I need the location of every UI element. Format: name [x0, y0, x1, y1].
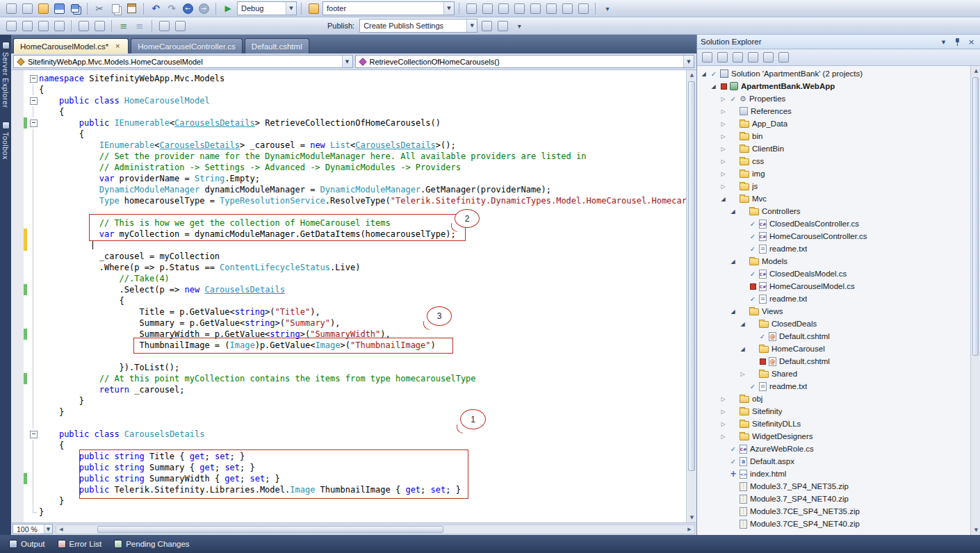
save-icon[interactable]: [51, 1, 67, 16]
tree-item[interactable]: ▷SitefinityDLLs: [697, 418, 970, 430]
publish-profile-combo[interactable]: Create Publish Settings: [359, 19, 477, 33]
show-all-files-icon[interactable]: [715, 51, 729, 64]
breakpoint-margin[interactable]: [11, 173, 24, 184]
breakpoint-margin[interactable]: [11, 184, 24, 195]
close-tab-icon[interactable]: ×: [113, 42, 122, 51]
autohide-tab-toolbox[interactable]: Toolbox: [1, 122, 10, 160]
window-position-icon[interactable]: ▾: [938, 37, 949, 47]
start-debug-icon[interactable]: [220, 1, 236, 16]
tree-item[interactable]: Module3.7_SP4_NET35.zip: [697, 480, 970, 493]
code-line[interactable]: {: [11, 84, 686, 95]
code-line[interactable]: Type homecarouselType = TypeResolutionSe…: [11, 195, 686, 206]
expand-icon[interactable]: ▷: [719, 96, 727, 102]
document-tab[interactable]: HomeCarouselModel.cs*×: [13, 38, 129, 53]
code-line[interactable]: DynamicModuleManager dynamicModuleManage…: [11, 184, 686, 195]
tree-item[interactable]: readme.txt: [697, 380, 970, 393]
tree-item[interactable]: ◢ClosedDeals: [697, 317, 970, 330]
open-file-icon[interactable]: [35, 1, 51, 16]
autohide-tab-server-explorer[interactable]: Server Explorer: [1, 42, 10, 108]
properties-window-icon[interactable]: [496, 1, 511, 16]
breakpoint-margin[interactable]: [11, 162, 24, 173]
code-line[interactable]: public IEnumerable<CarouselsDetails> Ret…: [11, 117, 686, 129]
breakpoint-margin[interactable]: [11, 495, 24, 506]
breakpoint-margin[interactable]: [11, 73, 24, 84]
expand-icon[interactable]: ▷: [719, 146, 727, 152]
edit-publish-settings-icon[interactable]: [495, 19, 510, 33]
word-completion-icon[interactable]: [51, 19, 67, 33]
tree-item[interactable]: AzureWebRole.cs: [697, 443, 970, 455]
decrease-indent-icon[interactable]: [76, 19, 91, 33]
breakpoint-margin[interactable]: [11, 284, 24, 295]
breakpoint-margin[interactable]: [11, 340, 24, 351]
tree-item[interactable]: ▷js: [697, 180, 970, 192]
code-line[interactable]: var providerName = String.Empty;: [11, 173, 686, 184]
tree-item[interactable]: ▷WidgetDesigners: [697, 430, 970, 443]
breakpoint-margin[interactable]: [11, 95, 24, 106]
expand-icon[interactable]: ▷: [719, 396, 727, 402]
statusbar-item-pending-changes[interactable]: Pending Changes: [108, 538, 195, 550]
redo-icon[interactable]: [164, 1, 179, 16]
chevron-down-icon[interactable]: [342, 56, 352, 67]
breakpoint-margin[interactable]: [11, 151, 24, 162]
breakpoint-margin[interactable]: [11, 206, 24, 217]
code-line[interactable]: // Set the provider name for the Dynamic…: [11, 151, 686, 162]
breakpoint-margin[interactable]: [11, 84, 24, 95]
outline-margin[interactable]: [27, 429, 39, 440]
code-line[interactable]: _carousel = myCollection: [11, 251, 686, 262]
tree-item[interactable]: ◢ApartmentBank.WebApp: [697, 80, 970, 92]
code-line[interactable]: .Where(p => p.Status == ContentLifecycle…: [11, 262, 686, 273]
breakpoint-margin[interactable]: [11, 373, 24, 384]
properties-icon[interactable]: [776, 51, 790, 64]
expand-icon[interactable]: ▷: [719, 133, 727, 140]
auto-hide-pin-icon[interactable]: [952, 37, 963, 47]
code-line[interactable]: }: [11, 395, 686, 406]
tree-item[interactable]: ◢Solution 'ApartmentBank' (2 projects): [697, 67, 970, 80]
code-line[interactable]: Summary = p.GetValue<string>("Summary"),: [11, 317, 686, 329]
refresh-icon[interactable]: [730, 51, 744, 64]
error-list-window-icon[interactable]: [544, 1, 559, 16]
object-browser-icon[interactable]: [512, 1, 527, 16]
code-line[interactable]: {: [11, 129, 686, 140]
breakpoint-margin[interactable]: [11, 440, 24, 451]
collapse-icon[interactable]: ◢: [729, 308, 737, 315]
breakpoint-margin[interactable]: [11, 317, 24, 329]
cut-icon[interactable]: [92, 1, 107, 16]
tree-item[interactable]: readme.txt: [697, 242, 970, 255]
breakpoint-margin[interactable]: [11, 195, 24, 206]
toolbox-window-icon[interactable]: [528, 1, 543, 16]
scrollbar-thumb[interactable]: [97, 526, 443, 533]
code-line[interactable]: namespace SitefinityWebApp.Mvc.Models: [11, 73, 686, 84]
code-line[interactable]: Title = p.GetValue<string>("Title"),: [11, 306, 686, 317]
chevron-down-icon[interactable]: [466, 19, 477, 32]
breakpoint-margin[interactable]: [11, 129, 24, 140]
code-line[interactable]: // At this point myCollection contains t…: [11, 373, 686, 384]
view-code-icon[interactable]: [746, 51, 760, 64]
tree-item[interactable]: ClosedDealsModel.cs: [697, 267, 970, 280]
tree-item[interactable]: ▷ClientBin: [697, 142, 970, 155]
expand-icon[interactable]: ▷: [719, 408, 727, 415]
tree-item[interactable]: Default.cshtml: [697, 330, 970, 342]
tree-item[interactable]: Module3.7CE_SP4_NET35.zip: [697, 505, 970, 518]
tree-item[interactable]: Default.cshtml: [697, 355, 970, 368]
collapse-icon[interactable]: ◢: [729, 258, 737, 265]
breakpoint-margin[interactable]: [11, 217, 24, 229]
tree-item[interactable]: ▷obj: [697, 393, 970, 405]
expand-icon[interactable]: ▷: [719, 434, 727, 440]
expand-icon[interactable]: ▷: [719, 158, 727, 165]
code-editor[interactable]: namespace SitefinityWebApp.Mvc.Models{ p…: [11, 70, 696, 522]
code-line[interactable]: }).ToList();: [11, 362, 686, 373]
view-designer-icon[interactable]: [761, 51, 775, 64]
statusbar-item-output[interactable]: Output: [3, 538, 51, 550]
increase-indent-icon[interactable]: [92, 19, 107, 33]
vertical-scrollbar[interactable]: ▲ ▼: [970, 66, 980, 535]
debug-configuration-combo[interactable]: Debug: [237, 1, 297, 15]
code-line[interactable]: // Administration -> Settings -> Advance…: [11, 162, 686, 173]
find-in-files-icon[interactable]: [306, 1, 321, 16]
navigate-forward-icon[interactable]: [196, 1, 211, 16]
scroll-left-icon[interactable]: ◀: [56, 525, 66, 534]
outline-margin[interactable]: [27, 117, 39, 129]
tree-item[interactable]: ◢Controllers: [697, 205, 970, 217]
expand-icon[interactable]: ▷: [719, 183, 727, 190]
breakpoint-margin[interactable]: [11, 262, 24, 273]
breakpoint-margin[interactable]: [11, 351, 24, 362]
